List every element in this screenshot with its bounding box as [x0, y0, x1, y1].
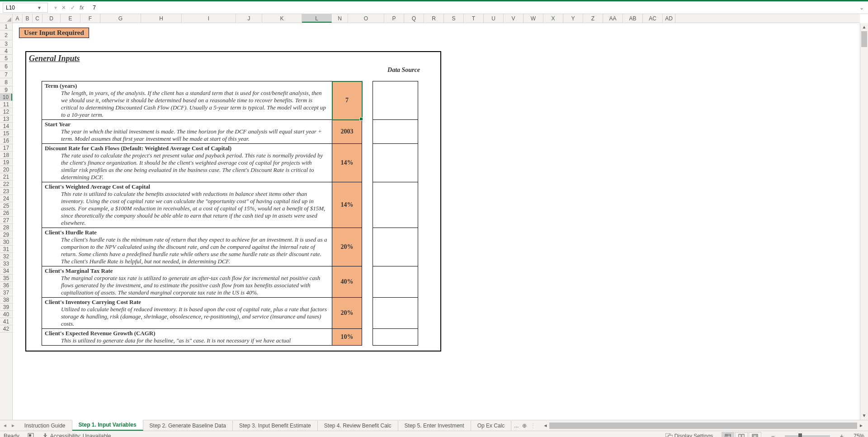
- row-header-27[interactable]: 27: [0, 217, 12, 224]
- row-header-7[interactable]: 7: [0, 71, 12, 78]
- row-header-39[interactable]: 39: [0, 304, 12, 311]
- column-header-A[interactable]: A: [13, 14, 23, 23]
- column-header-N[interactable]: N: [332, 14, 348, 23]
- view-page-break-icon[interactable]: [749, 432, 761, 437]
- sheet-tab[interactable]: Step 5. Enter Investment: [398, 421, 471, 431]
- column-header-O[interactable]: O: [348, 14, 384, 23]
- view-normal-icon[interactable]: [722, 432, 734, 437]
- column-header-AC[interactable]: AC: [643, 14, 663, 23]
- sheet-tab[interactable]: Step 1. Input Variables: [72, 420, 143, 431]
- row-header-25[interactable]: 25: [0, 202, 12, 209]
- column-header-R[interactable]: R: [424, 14, 444, 23]
- input-desc-cell[interactable]: Client's Hurdle RateThe client's hurdle …: [42, 228, 332, 266]
- expand-formula-bar-icon[interactable]: ⌄: [858, 5, 865, 11]
- row-header-34[interactable]: 34: [0, 267, 12, 275]
- column-header-H[interactable]: H: [141, 14, 182, 23]
- display-settings-button[interactable]: Display Settings: [665, 433, 713, 437]
- input-value-cell[interactable]: 14%: [332, 182, 362, 228]
- row-header-12[interactable]: 12: [0, 108, 12, 115]
- row-header-4[interactable]: 4: [0, 48, 12, 55]
- new-sheet-icon[interactable]: ⊕: [522, 423, 527, 429]
- row-header-19[interactable]: 19: [0, 159, 12, 166]
- column-header-AB[interactable]: AB: [623, 14, 643, 23]
- zoom-in-button[interactable]: +: [838, 432, 845, 437]
- row-header-6[interactable]: 6: [0, 62, 12, 71]
- data-source-cell[interactable]: [373, 329, 418, 346]
- row-header-31[interactable]: 31: [0, 246, 12, 253]
- tabs-more-label[interactable]: ...: [514, 423, 519, 429]
- sheet-tab[interactable]: Step 4. Review Benefit Calc: [318, 421, 398, 431]
- scroll-left-icon[interactable]: ◄: [541, 423, 549, 428]
- enter-formula-icon[interactable]: ✓: [71, 5, 75, 11]
- row-header-14[interactable]: 14: [0, 123, 12, 130]
- row-header-16[interactable]: 16: [0, 137, 12, 144]
- row-header-24[interactable]: 24: [0, 195, 12, 202]
- formula-input[interactable]: [90, 3, 855, 13]
- zoom-knob[interactable]: [798, 433, 802, 437]
- data-source-cell[interactable]: [373, 266, 418, 298]
- row-header-3[interactable]: 3: [0, 40, 12, 48]
- column-header-W[interactable]: W: [524, 14, 543, 23]
- row-header-30[interactable]: 30: [0, 238, 12, 246]
- row-header-2[interactable]: 2: [0, 30, 12, 40]
- row-header-23[interactable]: 23: [0, 188, 12, 195]
- tabs-next-icon[interactable]: ►: [10, 422, 16, 429]
- row-header-1[interactable]: 1: [0, 23, 12, 30]
- hscroll-thumb[interactable]: [549, 423, 857, 429]
- name-box-dropdown-icon[interactable]: ▾: [35, 5, 44, 11]
- select-all-corner[interactable]: [0, 14, 13, 23]
- scroll-right-icon[interactable]: ►: [857, 423, 865, 428]
- row-header-35[interactable]: 35: [0, 275, 12, 282]
- column-header-T[interactable]: T: [464, 14, 484, 23]
- row-header-18[interactable]: 18: [0, 152, 12, 159]
- data-source-cell[interactable]: [373, 182, 418, 228]
- column-header-U[interactable]: U: [484, 14, 504, 23]
- column-header-Q[interactable]: Q: [404, 14, 424, 23]
- column-header-D[interactable]: D: [42, 14, 61, 23]
- column-header-K[interactable]: K: [262, 14, 302, 23]
- column-header-P[interactable]: P: [384, 14, 404, 23]
- input-value-cell[interactable]: 20%: [332, 228, 362, 266]
- scroll-up-icon[interactable]: ▲: [860, 23, 868, 31]
- column-header-F[interactable]: F: [80, 14, 100, 23]
- input-value-cell[interactable]: 2003: [332, 120, 362, 144]
- input-value-cell[interactable]: 10%: [332, 329, 362, 346]
- column-header-S[interactable]: S: [444, 14, 464, 23]
- zoom-slider[interactable]: [785, 435, 830, 437]
- input-desc-cell[interactable]: Client's Weighted Average Cost of Capita…: [42, 182, 332, 228]
- sheet-tab[interactable]: Instruction Guide: [18, 421, 72, 431]
- column-header-V[interactable]: V: [504, 14, 524, 23]
- row-header-41[interactable]: 41: [0, 318, 12, 325]
- column-header-Y[interactable]: Y: [563, 14, 583, 23]
- row-header-28[interactable]: 28: [0, 224, 12, 231]
- input-desc-cell[interactable]: Term (years)The length, in years, of the…: [42, 81, 332, 120]
- row-header-36[interactable]: 36: [0, 282, 12, 289]
- row-header-13[interactable]: 13: [0, 115, 12, 123]
- scroll-down-icon[interactable]: ▼: [860, 412, 868, 420]
- hscroll-track[interactable]: [549, 423, 857, 429]
- column-header-I[interactable]: I: [182, 14, 236, 23]
- row-header-21[interactable]: 21: [0, 173, 12, 180]
- sheet-tab[interactable]: Step 3. Input Benefit Estimate: [233, 421, 318, 431]
- data-source-cell[interactable]: [373, 120, 418, 144]
- zoom-out-button[interactable]: −: [769, 432, 777, 437]
- input-value-cell[interactable]: 14%: [332, 144, 362, 182]
- row-header-22[interactable]: 22: [0, 180, 12, 188]
- row-header-15[interactable]: 15: [0, 130, 12, 137]
- input-desc-cell[interactable]: Client's Marginal Tax RateThe marginal c…: [42, 266, 332, 298]
- input-desc-cell[interactable]: Start YearThe year in which the initial …: [42, 120, 332, 144]
- column-header-B[interactable]: B: [23, 14, 33, 23]
- column-header-AD[interactable]: AD: [663, 14, 675, 23]
- column-header-AA[interactable]: AA: [603, 14, 623, 23]
- row-header-10[interactable]: 10: [0, 94, 12, 101]
- row-header-5[interactable]: 5: [0, 55, 12, 62]
- column-header-C[interactable]: C: [33, 14, 42, 23]
- row-header-38[interactable]: 38: [0, 296, 12, 304]
- data-source-cell[interactable]: [373, 228, 418, 266]
- row-header-40[interactable]: 40: [0, 311, 12, 318]
- zoom-level[interactable]: 75%: [854, 433, 864, 437]
- vscroll-thumb[interactable]: [861, 31, 867, 47]
- row-header-42[interactable]: 42: [0, 325, 12, 332]
- name-box[interactable]: ▾: [3, 3, 48, 13]
- dropdown-icon[interactable]: ▾: [54, 5, 57, 11]
